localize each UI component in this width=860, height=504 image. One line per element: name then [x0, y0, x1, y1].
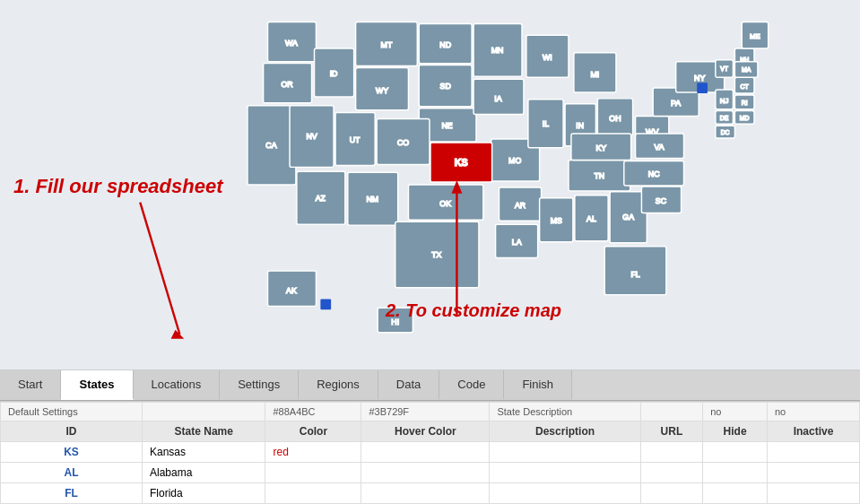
svg-rect-44 — [430, 143, 492, 182]
default-url — [640, 403, 703, 421]
cell-hide — [703, 442, 768, 463]
table-row[interactable]: KS Kansas red — [1, 442, 860, 463]
svg-rect-36 — [335, 113, 375, 166]
tab-states[interactable]: States — [61, 370, 133, 400]
default-settings-row: Default Settings #88A4BC #3B729F State D… — [1, 403, 860, 421]
svg-text:PA: PA — [671, 99, 681, 108]
svg-rect-78 — [716, 90, 734, 109]
svg-text:WI: WI — [543, 53, 552, 62]
table-row[interactable]: AL Alabama — [1, 463, 860, 483]
svg-text:DC: DC — [721, 129, 730, 135]
annotation-step2: 2. To customize map — [386, 300, 561, 321]
cell-inactive — [767, 483, 859, 504]
svg-text:AZ: AZ — [316, 194, 326, 203]
cell-id: FL — [1, 483, 143, 504]
tab-code[interactable]: Code — [439, 370, 504, 400]
default-label: Default Settings — [1, 403, 143, 421]
svg-text:AK: AK — [286, 286, 297, 295]
svg-text:NC: NC — [648, 169, 660, 178]
svg-text:WY: WY — [376, 86, 388, 95]
tab-settings[interactable]: Settings — [220, 370, 299, 400]
svg-rect-34 — [290, 106, 334, 168]
svg-text:ME: ME — [750, 32, 760, 40]
svg-text:VA: VA — [654, 143, 664, 152]
svg-rect-8 — [356, 68, 409, 110]
svg-text:KS: KS — [455, 157, 468, 168]
svg-text:TX: TX — [431, 250, 441, 259]
cell-description — [490, 463, 640, 483]
svg-rect-68 — [636, 134, 684, 158]
svg-rect-0 — [268, 22, 317, 62]
svg-text:WV: WV — [646, 127, 658, 136]
svg-rect-2 — [264, 64, 312, 103]
tab-locations[interactable]: Locations — [134, 370, 221, 400]
svg-rect-20 — [491, 139, 540, 181]
svg-rect-70 — [624, 161, 684, 186]
default-color: #88A4BC — [265, 403, 361, 421]
svg-rect-28 — [574, 53, 616, 92]
svg-text:VT: VT — [720, 65, 729, 72]
svg-rect-52 — [496, 224, 538, 257]
tab-data[interactable]: Data — [378, 370, 439, 400]
svg-text:GA: GA — [622, 213, 634, 222]
svg-text:OK: OK — [439, 199, 451, 208]
svg-text:SD: SD — [440, 82, 451, 91]
svg-rect-26 — [565, 104, 595, 146]
svg-rect-50 — [499, 187, 542, 221]
svg-rect-98 — [268, 271, 317, 306]
svg-text:KY: KY — [595, 143, 606, 152]
svg-text:MA: MA — [742, 66, 751, 73]
col-header-id: ID — [1, 421, 143, 442]
table-row[interactable]: FL Florida — [1, 483, 860, 504]
svg-rect-6 — [356, 22, 418, 66]
default-hover-color: #3B729F — [361, 403, 490, 421]
default-state-name — [142, 403, 265, 421]
svg-rect-72 — [641, 187, 681, 213]
svg-rect-76 — [676, 62, 725, 92]
svg-rect-48 — [395, 222, 479, 288]
svg-text:NM: NM — [366, 195, 378, 204]
tab-finish[interactable]: Finish — [504, 370, 572, 400]
tab-regions[interactable]: Regions — [299, 370, 378, 400]
svg-rect-74 — [653, 88, 699, 116]
svg-rect-86 — [734, 77, 754, 93]
cell-name: Kansas — [142, 442, 265, 463]
main-container: WA OR ID MT WY ND SD — [0, 0, 860, 504]
cell-inactive — [767, 463, 859, 483]
cell-id: AL — [1, 463, 143, 483]
svg-text:WA: WA — [285, 39, 298, 48]
svg-rect-102 — [697, 83, 708, 93]
states-table: Default Settings #88A4BC #3B729F State D… — [0, 402, 860, 504]
table-header-row: ID State Name Color Hover Color Descript… — [1, 421, 860, 442]
col-header-inactive: Inactive — [767, 421, 859, 442]
svg-marker-107 — [452, 180, 463, 194]
cell-name: Florida — [142, 483, 265, 504]
svg-rect-40 — [297, 171, 345, 224]
svg-line-104 — [140, 203, 179, 335]
svg-rect-80 — [716, 111, 734, 125]
svg-rect-96 — [742, 22, 768, 48]
tab-start[interactable]: Start — [0, 370, 61, 400]
svg-text:UT: UT — [350, 135, 361, 144]
svg-rect-42 — [348, 172, 398, 225]
svg-rect-24 — [528, 100, 563, 148]
svg-text:CT: CT — [741, 83, 750, 90]
svg-rect-4 — [315, 48, 354, 97]
svg-text:CO: CO — [397, 138, 409, 147]
svg-rect-84 — [716, 126, 735, 138]
svg-text:NY: NY — [694, 74, 705, 83]
svg-text:AR: AR — [515, 201, 526, 210]
svg-text:IA: IA — [494, 94, 501, 103]
svg-text:OR: OR — [281, 80, 292, 89]
svg-text:MS: MS — [551, 216, 562, 225]
cell-hide — [703, 463, 768, 483]
svg-text:ID: ID — [330, 69, 338, 78]
svg-text:MO: MO — [508, 156, 521, 165]
cell-url — [640, 483, 703, 504]
svg-text:MI: MI — [591, 70, 600, 79]
default-description: State Description — [490, 403, 640, 421]
svg-rect-30 — [597, 99, 632, 135]
svg-rect-54 — [540, 198, 573, 242]
svg-text:OH: OH — [609, 114, 621, 123]
svg-text:CA: CA — [265, 141, 276, 150]
